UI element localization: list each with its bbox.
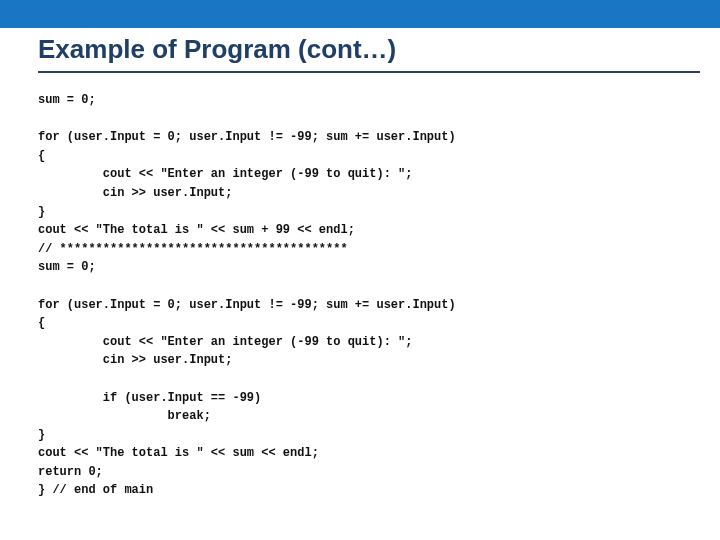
slide-top-bar — [0, 0, 720, 28]
slide-content: Example of Program (cont…) sum = 0; for … — [38, 28, 700, 500]
slide-title: Example of Program (cont…) — [38, 28, 700, 73]
code-block: sum = 0; for (user.Input = 0; user.Input… — [38, 91, 700, 500]
